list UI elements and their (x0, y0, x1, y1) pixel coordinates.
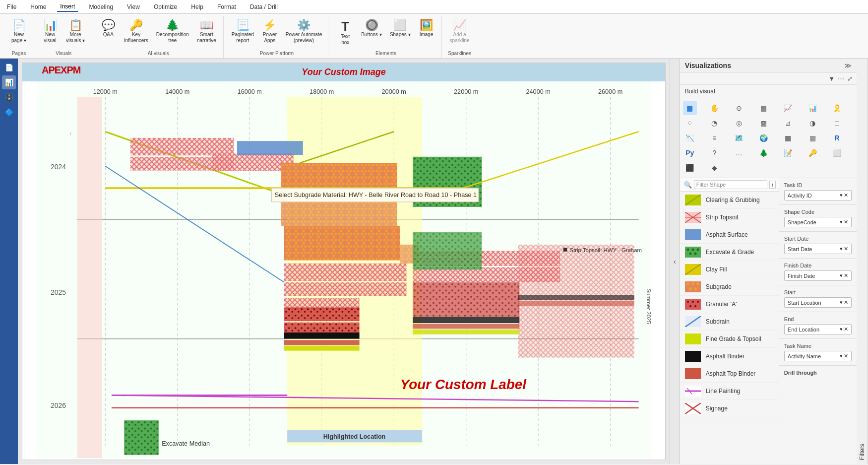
menu-home[interactable]: Home (27, 2, 49, 11)
filters-label[interactable]: Filters (857, 59, 868, 464)
legend-item-signage[interactable]: Signage (680, 400, 779, 417)
task-id-expand-icon[interactable]: ▾ (840, 192, 843, 199)
viz-treemap-icon[interactable]: ▩ (756, 116, 770, 130)
start-location-clear-icon[interactable]: ✕ (844, 299, 848, 306)
viz-gauge-icon[interactable]: ◑ (806, 116, 819, 130)
viz-py-icon[interactable]: Py (683, 146, 697, 160)
viz-kpi-icon[interactable]: 📉 (683, 131, 697, 145)
smart-narrative-button[interactable]: 📖 Smartnarrative (194, 18, 219, 46)
end-location-expand-icon[interactable]: ▾ (840, 326, 843, 332)
decomposition-tree-button[interactable]: 🌲 Decompositiontree (153, 18, 192, 46)
viz-slicer-icon[interactable]: ≡ (707, 131, 721, 145)
menu-format[interactable]: Format (214, 2, 239, 11)
sidebar-data-icon[interactable]: 🗄️ (2, 90, 16, 104)
menu-help[interactable]: Help (188, 2, 206, 11)
start-location-expand-icon[interactable]: ▾ (840, 299, 843, 306)
viz-ribbon-icon[interactable]: 🎗️ (830, 101, 844, 115)
power-apps-button[interactable]: ⚡ PowerApps (259, 18, 281, 46)
task-id-clear-icon[interactable]: ✕ (844, 192, 848, 199)
viz-scatter-icon[interactable]: ⁘ (683, 116, 697, 130)
start-location-select[interactable]: Start Location ▾ ✕ (784, 297, 852, 308)
more-options-icon[interactable]: ⋯ (838, 75, 844, 82)
finish-date-clear-icon[interactable]: ✕ (844, 272, 848, 279)
more-visuals-button[interactable]: 📋 Morevisuals ▾ (63, 18, 88, 46)
menu-insert[interactable]: Insert (57, 2, 78, 12)
viz-table-icon[interactable]: ▦ (806, 131, 819, 145)
end-location-select[interactable]: End Location ▾ ✕ (784, 324, 852, 334)
sidebar-pages-icon[interactable]: 📄 (2, 61, 16, 74)
legend-item-line-painting[interactable]: Line Painting (680, 383, 779, 400)
collapse-panel-button[interactable]: ‹ (670, 59, 680, 464)
viz-hand-icon[interactable]: ✋ (707, 101, 721, 115)
legend-item-subgrade[interactable]: Subgrade (680, 278, 779, 296)
buttons-button[interactable]: 🔘 Buttons ▾ (358, 18, 385, 40)
menu-file[interactable]: File (4, 2, 19, 11)
viz-card-icon[interactable]: □ (830, 116, 844, 130)
viz-area-icon[interactable]: 📊 (806, 101, 819, 115)
legend-item-clay-fill[interactable]: Clay Fill (680, 261, 779, 278)
start-date-select[interactable]: Start Date ▾ ✕ (784, 244, 852, 254)
legend-item-excavate-grade[interactable]: Excavate & Grade (680, 244, 779, 261)
shape-code-clear-icon[interactable]: ✕ (844, 219, 848, 225)
viz-decomp-icon[interactable]: 🌲 (756, 146, 770, 160)
viz-qna-icon[interactable]: ? (707, 146, 721, 160)
viz-more-icon[interactable]: … (732, 146, 746, 160)
image-button[interactable]: 🖼️ Image (416, 18, 437, 40)
viz-filled-map-icon[interactable]: 🌍 (756, 131, 770, 145)
start-date-clear-icon[interactable]: ✕ (844, 246, 848, 252)
legend-item-asphalt-top-binder[interactable]: Asphalt Top Binder (680, 365, 779, 383)
sidebar-model-icon[interactable]: 🔷 (2, 105, 16, 119)
legend-search-input[interactable] (694, 180, 767, 189)
new-visual-button[interactable]: 📊 Newvisual (39, 18, 61, 46)
viz-bar2-icon[interactable]: ▤ (756, 101, 770, 115)
viz-pie-icon[interactable]: ◔ (707, 116, 721, 130)
legend-up-btn[interactable]: ↑ (769, 181, 776, 189)
viz-network-icon[interactable]: ⊙ (732, 101, 746, 115)
viz-bar-chart-icon[interactable]: ▦ (683, 101, 697, 115)
menu-data-drill[interactable]: Data / Drill (247, 2, 281, 11)
viz-smart-narr-icon[interactable]: 📝 (781, 146, 795, 160)
menu-view[interactable]: View (124, 2, 143, 11)
expand-panel-icon[interactable]: ≫ (844, 62, 852, 69)
add-sparkline-button[interactable]: 📈 Add asparkline (447, 18, 473, 46)
power-automate-button[interactable]: ⚙️ Power Automate(preview) (283, 18, 325, 46)
task-id-select[interactable]: Activity ID ▾ ✕ (784, 190, 852, 200)
viz-line-icon[interactable]: 📈 (781, 101, 795, 115)
legend-item-asphalt-binder[interactable]: Asphalt Binder (680, 348, 779, 365)
legend-item-granular-a[interactable]: Granular 'A' (680, 296, 779, 313)
finish-date-select[interactable]: Finish Date ▾ ✕ (784, 270, 852, 281)
key-influencers-button[interactable]: 🔑 Keyinfluencers (121, 18, 151, 46)
filter-icon[interactable]: ▼ (828, 75, 835, 82)
finish-date-expand-icon[interactable]: ▾ (840, 272, 843, 279)
viz-funnel-icon[interactable]: ⊿ (781, 116, 795, 130)
legend-item-asphalt-surface[interactable]: Asphalt Surface (680, 226, 779, 244)
legend-item-strip-topsoil[interactable]: Strip Topsoil (680, 209, 779, 226)
menu-modeling[interactable]: Modeling (86, 2, 116, 11)
viz-key-inf-icon[interactable]: 🔑 (806, 146, 819, 160)
sidebar-visuals-icon[interactable]: 📊 (2, 75, 16, 89)
viz-matrix-icon[interactable]: ▦ (781, 131, 795, 145)
legend-item-fine-grade-topsoil[interactable]: Fine Grade & Topsoil (680, 331, 779, 348)
qa-button[interactable]: 💬 Q&A (97, 18, 119, 40)
viz-custom2-icon[interactable]: ◆ (707, 161, 721, 175)
task-name-select[interactable]: Activity Name ▾ ✕ (784, 351, 852, 361)
viz-custom1-icon[interactable]: ⬛ (683, 161, 697, 175)
task-name-expand-icon[interactable]: ▾ (840, 353, 843, 359)
viz-map-icon[interactable]: 🗺️ (732, 131, 746, 145)
end-location-clear-icon[interactable]: ✕ (844, 326, 848, 332)
start-date-expand-icon[interactable]: ▾ (840, 246, 843, 252)
shape-code-select[interactable]: ShapeCode ▾ ✕ (784, 217, 852, 227)
text-box-button[interactable]: T Textbox (334, 18, 356, 48)
new-page-button[interactable]: 📄 Newpage ▾ (8, 18, 30, 46)
viz-r-icon[interactable]: R (830, 131, 844, 145)
task-name-clear-icon[interactable]: ✕ (844, 353, 848, 359)
shape-code-expand-icon[interactable]: ▾ (840, 219, 843, 225)
viz-donut-icon[interactable]: ◎ (732, 116, 746, 130)
expand-icon[interactable]: ⤢ (847, 75, 853, 82)
viz-shape-icon[interactable]: ⬜ (830, 146, 844, 160)
legend-item-clearing-grubbing[interactable]: Clearing & Grubbing (680, 192, 779, 209)
menu-optimize[interactable]: Optimize (151, 2, 180, 11)
shapes-button[interactable]: ⬜ Shapes ▾ (387, 18, 414, 40)
paginated-report-button[interactable]: 📃 Paginatedreport (229, 18, 257, 46)
legend-item-subdrain[interactable]: Subdrain (680, 313, 779, 331)
